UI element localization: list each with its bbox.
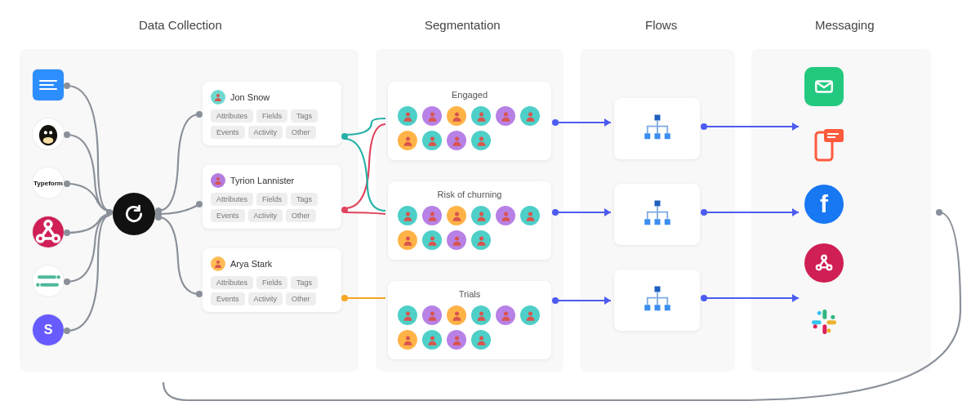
flowchart-icon <box>640 283 675 318</box>
svg-point-25 <box>430 212 434 216</box>
segment-avatar-icon <box>496 206 515 225</box>
svg-point-17 <box>479 112 483 116</box>
svg-point-16 <box>455 112 459 116</box>
svg-point-15 <box>430 112 434 116</box>
svg-point-18 <box>504 112 508 116</box>
svg-point-12 <box>216 177 220 181</box>
svg-rect-67 <box>822 324 826 334</box>
chip: Fields <box>256 193 287 206</box>
source-typeform-icon: Typeform <box>33 167 64 198</box>
chip: Events <box>211 292 245 305</box>
svg-rect-49 <box>644 219 650 225</box>
chip: Tags <box>291 276 318 289</box>
chip: Other <box>286 292 316 305</box>
svg-rect-52 <box>654 286 660 292</box>
svg-point-11 <box>216 94 220 97</box>
svg-point-6 <box>53 235 60 242</box>
svg-point-34 <box>406 311 410 315</box>
svg-point-40 <box>406 336 410 340</box>
segment-avatar-icon <box>422 305 442 325</box>
profile-chips: Attributes Fields Tags Events Activity O… <box>211 109 333 139</box>
svg-rect-53 <box>644 305 650 310</box>
chip: Activity <box>248 292 283 305</box>
profile-chips: Attributes Fields Tags Events Activity O… <box>211 276 333 305</box>
segment-avatar-icon <box>520 106 540 126</box>
svg-rect-46 <box>654 133 660 139</box>
svg-point-2 <box>49 131 52 134</box>
svg-rect-68 <box>812 320 822 324</box>
svg-point-19 <box>528 112 532 116</box>
segment-avatar-icon <box>471 206 491 225</box>
svg-point-62 <box>822 256 826 260</box>
segment-avatar-icon <box>520 206 540 225</box>
hub-icon <box>113 193 155 235</box>
chip: Other <box>286 126 316 139</box>
svg-point-38 <box>504 311 508 315</box>
segment-avatar-icon <box>398 131 417 150</box>
segment-avatar-icon <box>422 106 442 126</box>
segment-avatar-icon <box>471 330 491 350</box>
svg-rect-47 <box>664 133 670 139</box>
flow-card <box>614 184 700 245</box>
svg-point-36 <box>455 311 459 315</box>
segment-avatar-icon <box>447 230 466 250</box>
flow-card <box>614 270 700 331</box>
svg-rect-51 <box>664 219 670 225</box>
svg-point-26 <box>455 212 459 216</box>
segment-avatars <box>398 305 541 350</box>
svg-rect-50 <box>654 219 660 225</box>
svg-point-27 <box>479 212 483 216</box>
source-segment-icon <box>33 265 64 296</box>
segment-avatar-icon <box>447 330 466 350</box>
chip: Attributes <box>211 109 253 123</box>
source-webhook-icon <box>33 216 64 247</box>
svg-point-10 <box>36 283 39 287</box>
messaging-channels: f <box>804 67 844 361</box>
chip: Activity <box>248 126 283 139</box>
svg-point-3 <box>43 137 54 144</box>
sources-column: Typeform S <box>33 69 64 363</box>
svg-rect-61 <box>827 136 835 138</box>
svg-rect-44 <box>654 114 660 120</box>
flow-card <box>614 98 700 159</box>
svg-point-30 <box>406 236 410 240</box>
svg-point-69 <box>817 311 822 315</box>
svg-rect-48 <box>654 200 660 206</box>
segment-card: Engaged <box>388 82 551 160</box>
segment-avatar-icon <box>471 230 491 250</box>
segment-avatar-icon <box>398 206 417 225</box>
svg-point-39 <box>528 311 532 315</box>
svg-point-43 <box>479 336 483 340</box>
svg-point-24 <box>406 212 410 216</box>
segment-title: Trials <box>398 289 541 299</box>
stage-title-msg: Messaging <box>815 18 875 32</box>
svg-point-101 <box>936 209 942 216</box>
flowchart-icon <box>640 112 675 146</box>
segment-title: Risk of churning <box>398 189 541 199</box>
avatar-icon <box>211 173 225 188</box>
segment-card: Risk of churning <box>388 181 551 260</box>
channel-sms-icon <box>804 126 844 165</box>
segment-avatar-icon <box>471 131 491 150</box>
svg-rect-60 <box>827 133 839 135</box>
svg-point-70 <box>831 315 835 319</box>
chip: Attributes <box>211 193 253 206</box>
source-mailchimp-icon <box>33 118 64 149</box>
chip: Fields <box>256 276 287 289</box>
channel-email-icon <box>804 67 844 106</box>
segment-avatar-icon <box>447 106 466 126</box>
svg-point-28 <box>504 212 508 216</box>
svg-point-33 <box>479 236 483 240</box>
svg-point-9 <box>56 275 60 279</box>
avatar-icon <box>211 256 225 271</box>
svg-point-1 <box>44 131 47 134</box>
svg-rect-66 <box>826 320 836 324</box>
segment-avatar-icon <box>496 106 515 126</box>
chip: Events <box>211 209 245 222</box>
segment-avatar-icon <box>422 230 442 250</box>
segment-avatar-icon <box>447 206 466 225</box>
avatar-icon <box>211 90 225 105</box>
flowchart-icon <box>640 198 675 232</box>
svg-rect-55 <box>664 305 670 310</box>
chip: Tags <box>291 193 318 206</box>
